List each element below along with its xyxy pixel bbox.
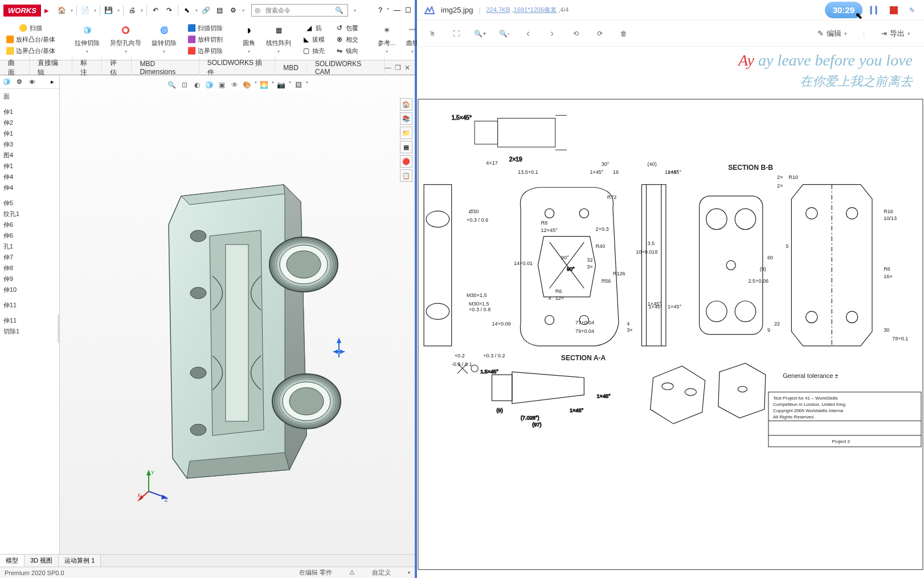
image-canvas[interactable]: Ay ay leave before you love 在你爱上我之前离去 1.… xyxy=(417,47,924,578)
filesize-link[interactable]: 224.7KB xyxy=(486,6,510,13)
linear-pattern-button[interactable]: ▦线性阵列▾ xyxy=(264,23,293,55)
boundary-button[interactable]: 🟨边界凸台/基体 xyxy=(3,46,57,56)
extruded-cut-button[interactable]: 🧊拉伸切除▾ xyxy=(73,23,101,55)
apply-scene-icon[interactable]: 🖼 xyxy=(293,80,304,90)
maximize-icon[interactable]: ☐ xyxy=(405,6,411,14)
tree-item[interactable]: 图4 xyxy=(1,150,58,161)
display-style-icon[interactable]: ▣ xyxy=(217,80,227,90)
tree-tab-display-icon[interactable]: 👁 xyxy=(27,78,36,87)
lofted-cut-button[interactable]: 🟪放样切割 xyxy=(185,34,224,44)
shell-button[interactable]: ▢抽壳 xyxy=(300,46,326,56)
wrap-button[interactable]: ↺包覆 xyxy=(333,23,360,33)
home-pane-icon[interactable]: 🏠 xyxy=(400,98,412,111)
tab-restore-icon[interactable]: ❐ xyxy=(395,64,401,72)
view-palette-icon[interactable]: ▦ xyxy=(400,141,412,153)
next-icon[interactable]: › xyxy=(546,27,558,40)
tree-tab-feature-icon[interactable]: 🧊 xyxy=(2,78,11,87)
help-icon[interactable]: ? xyxy=(378,6,382,14)
undo-icon[interactable]: ↶ xyxy=(150,5,161,15)
new-icon[interactable]: 📄 xyxy=(80,5,91,15)
reference-button[interactable]: ✳参考...▾ xyxy=(376,23,397,55)
appearance-icon[interactable]: 🎨 xyxy=(242,80,252,90)
tree-item[interactable]: 伸6 xyxy=(1,230,58,241)
tree-item[interactable]: 伸3 xyxy=(1,139,58,150)
search-icon[interactable]: 🔍 xyxy=(332,6,347,14)
options-icon[interactable]: ⚙ xyxy=(228,5,239,15)
zoom-fit-icon[interactable]: ⊡ xyxy=(179,80,190,90)
tree-item[interactable]: 切除1 xyxy=(1,326,58,337)
save-icon[interactable]: 💾 xyxy=(104,5,114,15)
tab-minimize-icon[interactable]: — xyxy=(385,64,391,72)
render-icon[interactable]: 📷 xyxy=(276,80,287,90)
print-icon[interactable]: 🖨 xyxy=(127,5,137,15)
draft-button[interactable]: ◣拔模 xyxy=(300,34,326,44)
tree-item[interactable]: 孔1 xyxy=(1,241,58,252)
loft-button[interactable]: 🟧放样凸台/基体 xyxy=(3,34,57,44)
cursor-tool-icon[interactable]: 🖱 xyxy=(426,27,439,40)
tree-item[interactable]: 伸6 xyxy=(1,219,58,230)
tree-item[interactable]: 伸8 xyxy=(1,263,58,274)
edit-menu[interactable]: ✎ 编辑 ▾ xyxy=(813,26,852,41)
tab-close-icon[interactable]: ✕ xyxy=(404,64,410,72)
tree-expand-icon[interactable]: ▸ xyxy=(48,78,57,87)
swept-cut-button[interactable]: 🟦扫描切除 xyxy=(185,23,224,33)
pencil-icon[interactable]: ✎ xyxy=(907,5,917,15)
link-icon[interactable]: 🔗 xyxy=(201,5,211,15)
model-tab[interactable]: 模型 xyxy=(0,555,24,567)
prev-icon[interactable]: ‹ xyxy=(522,27,534,40)
3dview-tab[interactable]: 3D 视图 xyxy=(24,555,59,567)
command-search[interactable]: ◎ 🔍 xyxy=(251,4,348,17)
tree-item[interactable]: 纹孔1 xyxy=(1,209,58,219)
intersect-button[interactable]: ⊗相交 xyxy=(333,34,360,44)
list-icon[interactable]: ▤ xyxy=(215,5,225,15)
tree-tab-config-icon[interactable]: ⚙ xyxy=(15,78,24,87)
tree-item[interactable]: 伸1 xyxy=(1,161,58,172)
export-menu[interactable]: ⇥ 导出 ▾ xyxy=(876,26,915,41)
pause-icon[interactable]: ▎▎ xyxy=(870,5,881,15)
rib-button[interactable]: ◢筋 xyxy=(303,23,324,33)
design-library-icon[interactable]: 📚 xyxy=(400,112,412,125)
tree-item[interactable]: 面 xyxy=(1,91,58,102)
model-canvas[interactable]: 🔍 ⊡ ◐ 🧊 ▣ 👁 🎨 ▾ 🌅 ▾ 📷 ▾ 🖼 ▾ 🏠 📚 📁 ▦ xyxy=(60,75,415,554)
fit-icon[interactable]: ⛶ xyxy=(450,27,463,40)
mirror-button[interactable]: ⇋镜向 xyxy=(333,46,360,56)
fillet-button[interactable]: ◗圆角▾ xyxy=(240,23,257,55)
warning-icon[interactable]: ⚠ xyxy=(349,569,355,576)
tree-item[interactable]: 伸11 xyxy=(1,300,58,311)
tree-item[interactable]: 伸1 xyxy=(1,107,58,117)
dimensions-link[interactable]: 1691*1206像素 xyxy=(514,6,557,13)
minimize-icon[interactable]: — xyxy=(394,6,400,14)
zoom-window-icon[interactable]: 🔍 xyxy=(167,80,177,90)
tree-item[interactable]: 伸5 xyxy=(1,198,58,209)
appearances-pane-icon[interactable]: 🔴 xyxy=(400,155,412,168)
tree-item[interactable]: 伸7 xyxy=(1,252,58,263)
delete-icon[interactable]: 🗑 xyxy=(618,27,630,40)
redo-icon[interactable]: ↷ xyxy=(164,5,174,15)
boundary-cut-button[interactable]: 🟥边界切除 xyxy=(185,46,224,56)
tree-item[interactable]: 伸11 xyxy=(1,315,58,326)
zoom-in-icon[interactable]: 🔍+ xyxy=(474,27,486,40)
scene-icon[interactable]: 🌅 xyxy=(259,80,269,90)
tree-item[interactable]: 伸10 xyxy=(1,284,58,295)
tab-mbd[interactable]: MBD xyxy=(275,62,307,74)
zoom-out-icon[interactable]: 🔍- xyxy=(498,27,510,40)
tree-item[interactable]: 伸2 xyxy=(1,117,58,128)
select-icon[interactable]: ⬉ xyxy=(182,5,192,15)
hide-show-icon[interactable]: 👁 xyxy=(230,80,240,90)
rotate-right-icon[interactable]: ⟳ xyxy=(594,27,606,40)
tree-item[interactable]: 伸4 xyxy=(1,172,58,182)
custom-props-icon[interactable]: 📋 xyxy=(400,169,412,182)
tree-item[interactable]: 伸1 xyxy=(1,128,58,139)
revolved-cut-button[interactable]: 🌀旋转切除▾ xyxy=(150,23,178,55)
hole-wizard-button[interactable]: ⭕异型孔向导▾ xyxy=(108,23,143,55)
feature-tree[interactable]: 🧊 ⚙ 👁 ▸ 面 伸1 伸2 伸1 伸3 图4 伸1 伸4 伸4 伸5 纹孔1… xyxy=(0,75,60,554)
tree-item[interactable]: 伸9 xyxy=(1,274,58,284)
section-view-icon[interactable]: ◐ xyxy=(192,80,202,90)
motion-tab[interactable]: 运动算例 1 xyxy=(59,555,101,567)
sweep-button[interactable]: 🟡扫描 xyxy=(17,23,44,33)
rotate-left-icon[interactable]: ⟲ xyxy=(570,27,582,40)
home-icon[interactable]: 🏠 xyxy=(57,5,67,15)
search-input[interactable] xyxy=(263,5,332,15)
view-orientation-icon[interactable]: 🧊 xyxy=(205,80,215,90)
tree-item[interactable]: 伸4 xyxy=(1,182,58,193)
